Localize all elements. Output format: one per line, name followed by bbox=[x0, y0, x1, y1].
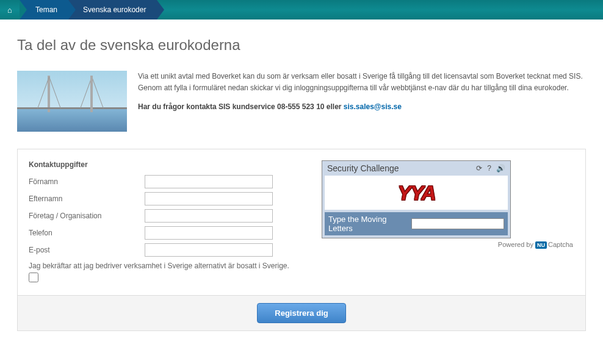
captcha-header: Security Challenge ⟳ ? 🔊 bbox=[322, 161, 510, 176]
confirm-checkbox[interactable] bbox=[29, 273, 38, 282]
contact-email-link[interactable]: sis.sales@sis.se bbox=[344, 102, 402, 111]
field-row-efternamn: Efternamn bbox=[29, 192, 297, 205]
contact-line: Har du frågor kontakta SIS kundservice 0… bbox=[138, 101, 586, 113]
captcha-credit: Powered by NUCaptcha bbox=[322, 241, 573, 248]
page-title: Ta del av de svenska eurokoderna bbox=[17, 37, 586, 54]
captcha-help-icon[interactable]: ? bbox=[487, 164, 491, 173]
submit-button[interactable]: Registrera dig bbox=[257, 303, 345, 323]
label-efternamn: Efternamn bbox=[29, 194, 145, 203]
label-epost: E-post bbox=[29, 246, 145, 254]
top-navbar: ⌂ Teman Svenska eurokoder bbox=[0, 0, 603, 20]
form-left-column: Kontaktuppgifter Förnamn Efternamn Föret… bbox=[29, 160, 297, 284]
submit-bar: Registrera dig bbox=[17, 296, 586, 331]
home-icon: ⌂ bbox=[7, 5, 12, 15]
breadcrumb-label: Svenska eurokoder bbox=[83, 5, 146, 14]
field-row-foretag: Företag / Organisation bbox=[29, 209, 297, 223]
input-efternamn[interactable] bbox=[145, 192, 273, 205]
captcha-brand: Captcha bbox=[548, 241, 573, 248]
breadcrumb-svenska-eurokoder[interactable]: Svenska eurokoder bbox=[68, 0, 157, 20]
label-fornamn: Förnamn bbox=[29, 177, 145, 186]
page-content: Ta del av de svenska eurokoderna Via ett… bbox=[0, 20, 603, 355]
breadcrumb-label: Teman bbox=[35, 5, 57, 14]
input-fornamn[interactable] bbox=[145, 175, 273, 188]
input-foretag[interactable] bbox=[145, 209, 273, 223]
captcha-brand-badge: NU bbox=[535, 241, 547, 249]
label-telefon: Telefon bbox=[29, 229, 145, 237]
home-button[interactable]: ⌂ bbox=[0, 0, 20, 20]
intro-paragraph: Via ett unikt avtal med Boverket kan du … bbox=[138, 71, 586, 94]
bridge-image bbox=[17, 71, 127, 132]
input-telefon[interactable] bbox=[145, 226, 273, 240]
captcha-letters: YYA bbox=[397, 181, 435, 205]
captcha-title: Security Challenge bbox=[327, 163, 399, 173]
form-box: Kontaktuppgifter Förnamn Efternamn Föret… bbox=[17, 149, 586, 296]
captcha-image-area: YYA bbox=[325, 176, 508, 210]
label-foretag: Företag / Organisation bbox=[29, 212, 145, 220]
field-row-epost: E-post bbox=[29, 243, 297, 257]
captcha-prompt: Type the Moving Letters bbox=[328, 215, 409, 233]
captcha-refresh-icon[interactable]: ⟳ bbox=[476, 164, 482, 173]
captcha-input[interactable] bbox=[411, 218, 504, 229]
intro-section: Via ett unikt avtal med Boverket kan du … bbox=[17, 71, 586, 132]
input-epost[interactable] bbox=[145, 243, 273, 257]
field-row-fornamn: Förnamn bbox=[29, 175, 297, 188]
form-section-title: Kontaktuppgifter bbox=[29, 160, 297, 169]
captcha-credit-prefix: Powered by bbox=[498, 241, 535, 248]
confirm-text: Jag bekräftar att jag bedriver verksamhe… bbox=[29, 262, 297, 270]
captcha-audio-icon[interactable]: 🔊 bbox=[496, 164, 505, 173]
captcha-box: Security Challenge ⟳ ? 🔊 YYA Type the Mo… bbox=[322, 160, 511, 238]
intro-text: Via ett unikt avtal med Boverket kan du … bbox=[138, 71, 586, 132]
field-row-telefon: Telefon bbox=[29, 226, 297, 240]
contact-prefix: Har du frågor kontakta SIS kundservice 0… bbox=[138, 102, 344, 111]
breadcrumb-teman[interactable]: Teman bbox=[20, 0, 68, 20]
captcha-icons: ⟳ ? 🔊 bbox=[476, 164, 505, 173]
form-right-column: Security Challenge ⟳ ? 🔊 YYA Type the Mo… bbox=[322, 160, 574, 284]
captcha-footer: Type the Moving Letters bbox=[325, 212, 508, 235]
